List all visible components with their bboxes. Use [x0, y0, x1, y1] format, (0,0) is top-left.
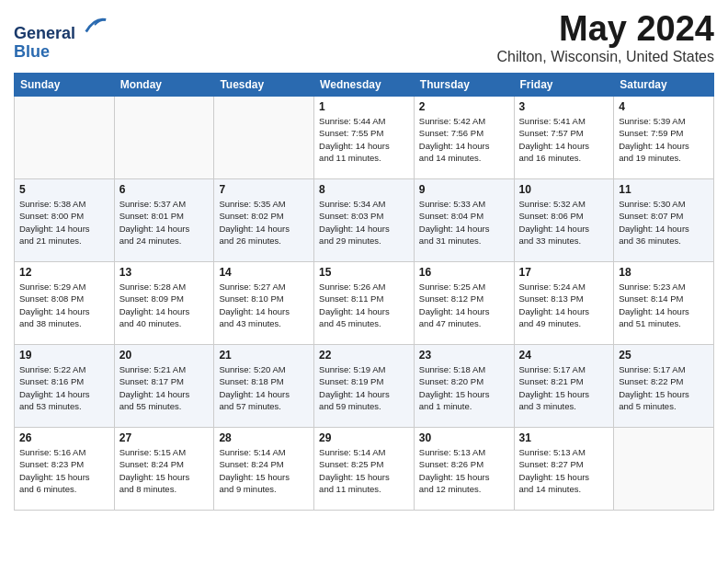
- calendar-cell: 22Sunrise: 5:19 AM Sunset: 8:19 PM Dayli…: [314, 345, 415, 428]
- calendar-cell: 13Sunrise: 5:28 AM Sunset: 8:09 PM Dayli…: [114, 262, 214, 345]
- day-detail: Sunrise: 5:20 AM Sunset: 8:18 PM Dayligh…: [219, 363, 309, 412]
- day-header-monday: Monday: [114, 74, 214, 97]
- day-number: 9: [419, 183, 509, 196]
- day-number: 20: [119, 349, 210, 362]
- logo-text: General: [14, 13, 108, 43]
- day-number: 10: [519, 183, 609, 196]
- day-detail: Sunrise: 5:16 AM Sunset: 8:23 PM Dayligh…: [19, 446, 109, 495]
- calendar-cell: 25Sunrise: 5:17 AM Sunset: 8:22 PM Dayli…: [614, 345, 714, 428]
- calendar-cell: 29Sunrise: 5:14 AM Sunset: 8:25 PM Dayli…: [314, 428, 415, 511]
- calendar-cell: 5Sunrise: 5:38 AM Sunset: 8:00 PM Daylig…: [15, 179, 115, 262]
- day-number: 4: [619, 100, 709, 113]
- day-detail: Sunrise: 5:18 AM Sunset: 8:20 PM Dayligh…: [419, 363, 509, 412]
- day-detail: Sunrise: 5:37 AM Sunset: 8:01 PM Dayligh…: [119, 198, 210, 247]
- calendar-cell: 9Sunrise: 5:33 AM Sunset: 8:04 PM Daylig…: [414, 179, 514, 262]
- day-detail: Sunrise: 5:26 AM Sunset: 8:11 PM Dayligh…: [319, 281, 409, 329]
- day-number: 30: [419, 431, 509, 444]
- calendar-cell: 18Sunrise: 5:23 AM Sunset: 8:14 PM Dayli…: [614, 262, 714, 345]
- day-detail: Sunrise: 5:28 AM Sunset: 8:09 PM Dayligh…: [119, 281, 210, 329]
- day-number: 19: [19, 349, 109, 362]
- calendar-cell: 17Sunrise: 5:24 AM Sunset: 8:13 PM Dayli…: [514, 262, 614, 345]
- logo-blue: Blue: [14, 43, 108, 62]
- calendar-cell: 30Sunrise: 5:13 AM Sunset: 8:26 PM Dayli…: [414, 428, 514, 511]
- day-detail: Sunrise: 5:13 AM Sunset: 8:26 PM Dayligh…: [419, 446, 509, 495]
- day-header-wednesday: Wednesday: [314, 74, 415, 97]
- day-number: 1: [319, 100, 409, 113]
- day-number: 22: [319, 349, 409, 362]
- calendar-cell: 11Sunrise: 5:30 AM Sunset: 8:07 PM Dayli…: [614, 179, 714, 262]
- day-number: 15: [319, 266, 409, 279]
- day-detail: Sunrise: 5:33 AM Sunset: 8:04 PM Dayligh…: [419, 198, 509, 247]
- day-detail: Sunrise: 5:17 AM Sunset: 8:21 PM Dayligh…: [519, 363, 609, 412]
- calendar-cell: 26Sunrise: 5:16 AM Sunset: 8:23 PM Dayli…: [15, 428, 115, 511]
- day-number: 3: [519, 100, 609, 113]
- day-number: 11: [619, 183, 709, 196]
- day-header-friday: Friday: [514, 74, 614, 97]
- month-title: May 2024: [496, 9, 714, 49]
- day-number: 27: [119, 431, 210, 444]
- week-row-1: 1Sunrise: 5:44 AM Sunset: 7:55 PM Daylig…: [15, 97, 714, 179]
- calendar-cell: 10Sunrise: 5:32 AM Sunset: 8:06 PM Dayli…: [514, 179, 614, 262]
- day-detail: Sunrise: 5:41 AM Sunset: 7:57 PM Dayligh…: [519, 115, 609, 164]
- day-detail: Sunrise: 5:34 AM Sunset: 8:03 PM Dayligh…: [319, 198, 409, 247]
- calendar-cell: 19Sunrise: 5:22 AM Sunset: 8:16 PM Dayli…: [15, 345, 115, 428]
- title-block: May 2024 Chilton, Wisconsin, United Stat…: [496, 9, 714, 65]
- calendar-cell: 3Sunrise: 5:41 AM Sunset: 7:57 PM Daylig…: [514, 97, 614, 179]
- day-number: 24: [519, 349, 609, 362]
- calendar-cell: 2Sunrise: 5:42 AM Sunset: 7:56 PM Daylig…: [414, 97, 514, 179]
- calendar-cell: 24Sunrise: 5:17 AM Sunset: 8:21 PM Dayli…: [514, 345, 614, 428]
- calendar-cell: 21Sunrise: 5:20 AM Sunset: 8:18 PM Dayli…: [214, 345, 314, 428]
- day-number: 12: [19, 266, 109, 279]
- day-detail: Sunrise: 5:14 AM Sunset: 8:24 PM Dayligh…: [219, 446, 309, 495]
- day-number: 16: [419, 266, 509, 279]
- calendar-cell: 12Sunrise: 5:29 AM Sunset: 8:08 PM Dayli…: [15, 262, 115, 345]
- day-number: 5: [19, 183, 109, 196]
- day-header-thursday: Thursday: [414, 74, 514, 97]
- week-row-3: 12Sunrise: 5:29 AM Sunset: 8:08 PM Dayli…: [15, 262, 714, 345]
- location: Chilton, Wisconsin, United States: [496, 49, 714, 65]
- day-detail: Sunrise: 5:44 AM Sunset: 7:55 PM Dayligh…: [319, 115, 409, 164]
- calendar-table: SundayMondayTuesdayWednesdayThursdayFrid…: [14, 73, 714, 511]
- calendar-cell: 28Sunrise: 5:14 AM Sunset: 8:24 PM Dayli…: [214, 428, 314, 511]
- day-number: 7: [219, 183, 309, 196]
- day-detail: Sunrise: 5:42 AM Sunset: 7:56 PM Dayligh…: [419, 115, 509, 164]
- day-detail: Sunrise: 5:29 AM Sunset: 8:08 PM Dayligh…: [19, 281, 109, 329]
- day-detail: Sunrise: 5:17 AM Sunset: 8:22 PM Dayligh…: [619, 363, 709, 412]
- calendar-cell: [614, 428, 714, 511]
- day-detail: Sunrise: 5:22 AM Sunset: 8:16 PM Dayligh…: [19, 363, 109, 412]
- day-detail: Sunrise: 5:25 AM Sunset: 8:12 PM Dayligh…: [419, 281, 509, 329]
- week-row-4: 19Sunrise: 5:22 AM Sunset: 8:16 PM Dayli…: [15, 345, 714, 428]
- day-number: 23: [419, 349, 509, 362]
- day-number: 14: [219, 266, 309, 279]
- day-detail: Sunrise: 5:35 AM Sunset: 8:02 PM Dayligh…: [219, 198, 309, 247]
- logo: General Blue: [14, 13, 108, 62]
- calendar-cell: 8Sunrise: 5:34 AM Sunset: 8:03 PM Daylig…: [314, 179, 415, 262]
- day-number: 25: [619, 349, 709, 362]
- day-number: 26: [19, 431, 109, 444]
- day-detail: Sunrise: 5:15 AM Sunset: 8:24 PM Dayligh…: [119, 446, 210, 495]
- calendar-cell: [114, 97, 214, 179]
- day-number: 29: [319, 431, 409, 444]
- days-header-row: SundayMondayTuesdayWednesdayThursdayFrid…: [15, 74, 714, 97]
- calendar-cell: 27Sunrise: 5:15 AM Sunset: 8:24 PM Dayli…: [114, 428, 214, 511]
- week-row-5: 26Sunrise: 5:16 AM Sunset: 8:23 PM Dayli…: [15, 428, 714, 511]
- day-detail: Sunrise: 5:38 AM Sunset: 8:00 PM Dayligh…: [19, 198, 109, 247]
- day-number: 13: [119, 266, 210, 279]
- day-detail: Sunrise: 5:27 AM Sunset: 8:10 PM Dayligh…: [219, 281, 309, 329]
- calendar-cell: [15, 97, 115, 179]
- calendar-cell: [214, 97, 314, 179]
- day-detail: Sunrise: 5:32 AM Sunset: 8:06 PM Dayligh…: [519, 198, 609, 247]
- calendar-cell: 31Sunrise: 5:13 AM Sunset: 8:27 PM Dayli…: [514, 428, 614, 511]
- day-detail: Sunrise: 5:14 AM Sunset: 8:25 PM Dayligh…: [319, 446, 409, 495]
- day-number: 21: [219, 349, 309, 362]
- calendar-cell: 16Sunrise: 5:25 AM Sunset: 8:12 PM Dayli…: [414, 262, 514, 345]
- day-number: 17: [519, 266, 609, 279]
- week-row-2: 5Sunrise: 5:38 AM Sunset: 8:00 PM Daylig…: [15, 179, 714, 262]
- calendar-cell: 6Sunrise: 5:37 AM Sunset: 8:01 PM Daylig…: [114, 179, 214, 262]
- day-number: 28: [219, 431, 309, 444]
- calendar-cell: 15Sunrise: 5:26 AM Sunset: 8:11 PM Dayli…: [314, 262, 415, 345]
- calendar-cell: 14Sunrise: 5:27 AM Sunset: 8:10 PM Dayli…: [214, 262, 314, 345]
- day-header-sunday: Sunday: [15, 74, 115, 97]
- day-detail: Sunrise: 5:39 AM Sunset: 7:59 PM Dayligh…: [619, 115, 709, 164]
- day-detail: Sunrise: 5:23 AM Sunset: 8:14 PM Dayligh…: [619, 281, 709, 329]
